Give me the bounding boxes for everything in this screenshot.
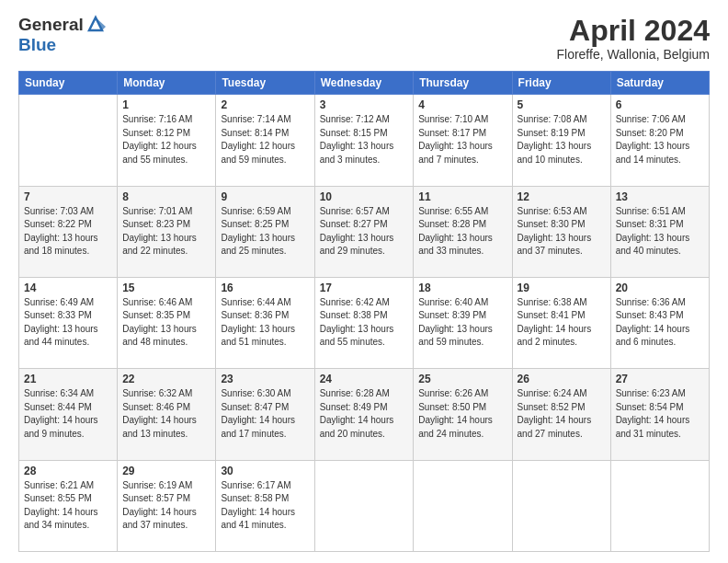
table-row: 29Sunrise: 6:19 AMSunset: 8:57 PMDayligh…: [118, 460, 216, 551]
day-info: Sunrise: 6:19 AMSunset: 8:57 PMDaylight:…: [122, 479, 210, 533]
table-row: 1Sunrise: 7:16 AMSunset: 8:12 PMDaylight…: [118, 95, 216, 186]
col-wednesday: Wednesday: [314, 72, 414, 95]
table-row: 11Sunrise: 6:55 AMSunset: 8:28 PMDayligh…: [414, 186, 512, 277]
day-info: Sunrise: 6:23 AMSunset: 8:54 PMDaylight:…: [616, 387, 704, 441]
day-info: Sunrise: 6:57 AMSunset: 8:27 PMDaylight:…: [320, 205, 409, 259]
table-row: [19, 95, 118, 186]
table-row: 12Sunrise: 6:53 AMSunset: 8:30 PMDayligh…: [512, 186, 610, 277]
day-number: 16: [221, 282, 309, 294]
day-number: 19: [518, 282, 606, 294]
table-row: 5Sunrise: 7:08 AMSunset: 8:19 PMDaylight…: [512, 95, 610, 186]
col-thursday: Thursday: [414, 72, 512, 95]
table-row: 16Sunrise: 6:44 AMSunset: 8:36 PMDayligh…: [216, 277, 314, 368]
table-row: 6Sunrise: 7:06 AMSunset: 8:20 PMDaylight…: [610, 95, 709, 186]
day-number: 27: [616, 373, 704, 385]
calendar-week-row: 28Sunrise: 6:21 AMSunset: 8:55 PMDayligh…: [19, 460, 710, 551]
day-info: Sunrise: 6:21 AMSunset: 8:55 PMDaylight:…: [24, 479, 112, 533]
day-number: 14: [24, 282, 112, 294]
table-row: [414, 460, 512, 551]
calendar: Sunday Monday Tuesday Wednesday Thursday…: [18, 71, 710, 552]
col-saturday: Saturday: [610, 72, 709, 95]
table-row: 30Sunrise: 6:17 AMSunset: 8:58 PMDayligh…: [216, 460, 314, 551]
table-row: 22Sunrise: 6:32 AMSunset: 8:46 PMDayligh…: [118, 369, 216, 460]
day-info: Sunrise: 6:59 AMSunset: 8:25 PMDaylight:…: [221, 205, 309, 259]
table-row: 8Sunrise: 7:01 AMSunset: 8:23 PMDaylight…: [118, 186, 216, 277]
table-row: 4Sunrise: 7:10 AMSunset: 8:17 PMDaylight…: [414, 95, 512, 186]
table-row: [610, 460, 709, 551]
table-row: 25Sunrise: 6:26 AMSunset: 8:50 PMDayligh…: [414, 369, 512, 460]
table-row: 7Sunrise: 7:03 AMSunset: 8:22 PMDaylight…: [19, 186, 118, 277]
day-info: Sunrise: 6:51 AMSunset: 8:31 PMDaylight:…: [616, 205, 704, 259]
calendar-header-row: Sunday Monday Tuesday Wednesday Thursday…: [19, 72, 710, 95]
table-row: 3Sunrise: 7:12 AMSunset: 8:15 PMDaylight…: [314, 95, 414, 186]
table-row: 17Sunrise: 6:42 AMSunset: 8:38 PMDayligh…: [314, 277, 414, 368]
day-info: Sunrise: 7:14 AMSunset: 8:14 PMDaylight:…: [221, 113, 309, 167]
logo-general: General: [18, 15, 84, 35]
day-number: 29: [122, 465, 210, 477]
table-row: 15Sunrise: 6:46 AMSunset: 8:35 PMDayligh…: [118, 277, 216, 368]
col-monday: Monday: [118, 72, 216, 95]
table-row: [512, 460, 610, 551]
day-info: Sunrise: 6:38 AMSunset: 8:41 PMDaylight:…: [518, 296, 606, 350]
day-number: 4: [418, 98, 506, 111]
table-row: 18Sunrise: 6:40 AMSunset: 8:39 PMDayligh…: [414, 277, 512, 368]
day-number: 30: [221, 465, 309, 477]
day-number: 15: [122, 282, 210, 294]
day-number: 12: [518, 190, 606, 203]
calendar-week-row: 21Sunrise: 6:34 AMSunset: 8:44 PMDayligh…: [19, 369, 710, 460]
day-info: Sunrise: 7:06 AMSunset: 8:20 PMDaylight:…: [616, 113, 704, 167]
day-number: 6: [616, 98, 704, 111]
day-info: Sunrise: 6:36 AMSunset: 8:43 PMDaylight:…: [616, 296, 704, 350]
day-info: Sunrise: 6:46 AMSunset: 8:35 PMDaylight:…: [122, 296, 210, 350]
logo: General Blue: [18, 15, 106, 55]
day-info: Sunrise: 6:24 AMSunset: 8:52 PMDaylight:…: [518, 387, 606, 441]
col-friday: Friday: [512, 72, 610, 95]
logo-blue: Blue: [18, 35, 106, 55]
calendar-week-row: 1Sunrise: 7:16 AMSunset: 8:12 PMDaylight…: [19, 95, 710, 186]
day-info: Sunrise: 7:08 AMSunset: 8:19 PMDaylight:…: [518, 113, 606, 167]
day-number: 2: [221, 98, 309, 111]
page: General Blue April 2024 Floreffe, Wallon…: [0, 0, 728, 563]
day-info: Sunrise: 6:44 AMSunset: 8:36 PMDaylight:…: [221, 296, 309, 350]
table-row: 9Sunrise: 6:59 AMSunset: 8:25 PMDaylight…: [216, 186, 314, 277]
day-info: Sunrise: 6:28 AMSunset: 8:49 PMDaylight:…: [320, 387, 409, 441]
day-number: 13: [616, 190, 704, 203]
day-number: 7: [24, 190, 112, 203]
day-number: 20: [616, 282, 704, 294]
title-block: April 2024 Floreffe, Wallonia, Belgium: [556, 15, 710, 62]
day-info: Sunrise: 6:42 AMSunset: 8:38 PMDaylight:…: [320, 296, 409, 350]
day-number: 1: [122, 98, 210, 111]
day-number: 5: [518, 98, 606, 111]
day-number: 10: [320, 190, 409, 203]
day-number: 3: [320, 98, 409, 111]
subtitle: Floreffe, Wallonia, Belgium: [556, 47, 710, 62]
day-number: 28: [24, 465, 112, 477]
table-row: 20Sunrise: 6:36 AMSunset: 8:43 PMDayligh…: [610, 277, 709, 368]
table-row: 27Sunrise: 6:23 AMSunset: 8:54 PMDayligh…: [610, 369, 709, 460]
day-info: Sunrise: 6:30 AMSunset: 8:47 PMDaylight:…: [221, 387, 309, 441]
day-info: Sunrise: 6:34 AMSunset: 8:44 PMDaylight:…: [24, 387, 112, 441]
day-info: Sunrise: 7:10 AMSunset: 8:17 PMDaylight:…: [418, 113, 506, 167]
header: General Blue April 2024 Floreffe, Wallon…: [18, 15, 710, 62]
day-info: Sunrise: 7:16 AMSunset: 8:12 PMDaylight:…: [122, 113, 210, 167]
day-number: 26: [518, 373, 606, 385]
table-row: 13Sunrise: 6:51 AMSunset: 8:31 PMDayligh…: [610, 186, 709, 277]
table-row: 23Sunrise: 6:30 AMSunset: 8:47 PMDayligh…: [216, 369, 314, 460]
table-row: 2Sunrise: 7:14 AMSunset: 8:14 PMDaylight…: [216, 95, 314, 186]
day-info: Sunrise: 6:17 AMSunset: 8:58 PMDaylight:…: [221, 479, 309, 533]
table-row: 26Sunrise: 6:24 AMSunset: 8:52 PMDayligh…: [512, 369, 610, 460]
table-row: 19Sunrise: 6:38 AMSunset: 8:41 PMDayligh…: [512, 277, 610, 368]
calendar-week-row: 14Sunrise: 6:49 AMSunset: 8:33 PMDayligh…: [19, 277, 710, 368]
day-info: Sunrise: 6:40 AMSunset: 8:39 PMDaylight:…: [418, 296, 506, 350]
col-sunday: Sunday: [19, 72, 118, 95]
table-row: 10Sunrise: 6:57 AMSunset: 8:27 PMDayligh…: [314, 186, 414, 277]
day-number: 23: [221, 373, 309, 385]
day-info: Sunrise: 6:53 AMSunset: 8:30 PMDaylight:…: [518, 205, 606, 259]
table-row: [314, 460, 414, 551]
day-number: 25: [418, 373, 506, 385]
day-number: 11: [418, 190, 506, 203]
day-number: 18: [418, 282, 506, 294]
calendar-week-row: 7Sunrise: 7:03 AMSunset: 8:22 PMDaylight…: [19, 186, 710, 277]
main-title: April 2024: [556, 15, 710, 47]
day-info: Sunrise: 7:12 AMSunset: 8:15 PMDaylight:…: [320, 113, 409, 167]
